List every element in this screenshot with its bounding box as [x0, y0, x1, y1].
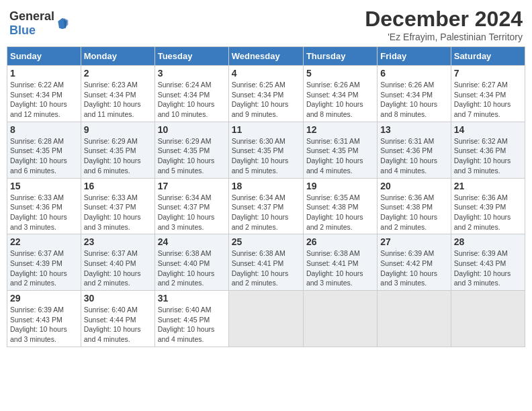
day-number: 11: [232, 124, 300, 135]
day-number: 6: [380, 68, 447, 79]
day-info: Sunrise: 6:38 AM Sunset: 4:40 PM Dayligh…: [158, 248, 226, 288]
day-info: Sunrise: 6:25 AM Sunset: 4:34 PM Dayligh…: [232, 80, 300, 120]
weekday-header: Wednesday: [228, 47, 303, 66]
day-info: Sunrise: 6:39 AM Sunset: 4:43 PM Dayligh…: [10, 305, 78, 345]
calendar-cell: 14 Sunrise: 6:32 AM Sunset: 4:36 PM Dayl…: [451, 122, 525, 178]
day-number: 28: [454, 236, 522, 247]
day-info: Sunrise: 6:26 AM Sunset: 4:34 PM Dayligh…: [306, 80, 374, 120]
day-number: 14: [454, 124, 522, 135]
calendar-cell: 12 Sunrise: 6:31 AM Sunset: 4:35 PM Dayl…: [303, 122, 377, 178]
day-info: Sunrise: 6:35 AM Sunset: 4:38 PM Dayligh…: [306, 193, 374, 232]
day-info: Sunrise: 6:34 AM Sunset: 4:37 PM Dayligh…: [158, 193, 226, 232]
day-number: 7: [454, 68, 522, 79]
calendar-week-row: 22 Sunrise: 6:37 AM Sunset: 4:39 PM Dayl…: [7, 234, 525, 291]
day-number: 9: [84, 124, 152, 135]
calendar-week-row: 15 Sunrise: 6:33 AM Sunset: 4:36 PM Dayl…: [7, 178, 525, 234]
location-title: 'Ez Efrayim, Palestinian Territory: [365, 32, 523, 42]
day-number: 21: [454, 181, 522, 191]
day-info: Sunrise: 6:36 AM Sunset: 4:38 PM Dayligh…: [380, 193, 447, 232]
logo-blue: Blue: [9, 24, 36, 37]
day-number: 29: [10, 293, 78, 304]
day-info: Sunrise: 6:39 AM Sunset: 4:42 PM Dayligh…: [380, 248, 447, 288]
day-number: 31: [158, 293, 226, 304]
calendar-cell: 16 Sunrise: 6:33 AM Sunset: 4:37 PM Dayl…: [81, 178, 154, 234]
calendar-cell: 19 Sunrise: 6:35 AM Sunset: 4:38 PM Dayl…: [303, 178, 377, 234]
calendar-cell: 26 Sunrise: 6:38 AM Sunset: 4:41 PM Dayl…: [303, 234, 377, 291]
calendar-cell: 22 Sunrise: 6:37 AM Sunset: 4:39 PM Dayl…: [7, 234, 81, 291]
calendar-cell: [378, 291, 451, 347]
calendar-cell: 31 Sunrise: 6:40 AM Sunset: 4:45 PM Dayl…: [154, 291, 228, 347]
day-number: 5: [306, 68, 374, 79]
day-info: Sunrise: 6:37 AM Sunset: 4:40 PM Dayligh…: [84, 248, 152, 288]
calendar-cell: 17 Sunrise: 6:34 AM Sunset: 4:37 PM Dayl…: [154, 178, 228, 234]
weekday-header: Saturday: [451, 47, 525, 66]
day-info: Sunrise: 6:30 AM Sunset: 4:35 PM Dayligh…: [232, 136, 300, 176]
calendar-cell: 4 Sunrise: 6:25 AM Sunset: 4:34 PM Dayli…: [228, 66, 303, 122]
weekday-header: Tuesday: [154, 47, 228, 66]
calendar-cell: [451, 291, 525, 347]
calendar-cell: 5 Sunrise: 6:26 AM Sunset: 4:34 PM Dayli…: [303, 66, 377, 122]
day-number: 30: [84, 293, 152, 304]
calendar-week-row: 1 Sunrise: 6:22 AM Sunset: 4:34 PM Dayli…: [7, 66, 525, 122]
day-number: 17: [158, 181, 226, 191]
calendar-cell: 21 Sunrise: 6:36 AM Sunset: 4:39 PM Dayl…: [451, 178, 525, 234]
day-number: 2: [84, 68, 152, 79]
calendar-cell: 18 Sunrise: 6:34 AM Sunset: 4:37 PM Dayl…: [228, 178, 303, 234]
page-header: General Blue December 2024 'Ez Efrayim, …: [7, 7, 525, 42]
calendar-cell: 28 Sunrise: 6:39 AM Sunset: 4:43 PM Dayl…: [451, 234, 525, 291]
day-info: Sunrise: 6:37 AM Sunset: 4:39 PM Dayligh…: [10, 248, 78, 288]
calendar-cell: [228, 291, 303, 347]
day-info: Sunrise: 6:27 AM Sunset: 4:34 PM Dayligh…: [454, 80, 522, 120]
day-info: Sunrise: 6:38 AM Sunset: 4:41 PM Dayligh…: [306, 248, 374, 288]
calendar-cell: 23 Sunrise: 6:37 AM Sunset: 4:40 PM Dayl…: [81, 234, 154, 291]
logo-icon: [56, 17, 69, 30]
calendar-cell: 6 Sunrise: 6:26 AM Sunset: 4:34 PM Dayli…: [378, 66, 451, 122]
calendar-cell: 11 Sunrise: 6:30 AM Sunset: 4:35 PM Dayl…: [228, 122, 303, 178]
day-number: 19: [306, 181, 374, 191]
month-title: December 2024: [365, 7, 523, 32]
calendar-cell: 27 Sunrise: 6:39 AM Sunset: 4:42 PM Dayl…: [378, 234, 451, 291]
day-number: 20: [380, 181, 447, 191]
title-block: December 2024 'Ez Efrayim, Palestinian T…: [365, 7, 523, 42]
calendar-week-row: 29 Sunrise: 6:39 AM Sunset: 4:43 PM Dayl…: [7, 291, 525, 347]
calendar-cell: 13 Sunrise: 6:31 AM Sunset: 4:36 PM Dayl…: [378, 122, 451, 178]
calendar-cell: 2 Sunrise: 6:23 AM Sunset: 4:34 PM Dayli…: [81, 66, 154, 122]
calendar-cell: 25 Sunrise: 6:38 AM Sunset: 4:41 PM Dayl…: [228, 234, 303, 291]
calendar-cell: 24 Sunrise: 6:38 AM Sunset: 4:40 PM Dayl…: [154, 234, 228, 291]
weekday-header: Thursday: [303, 47, 377, 66]
day-info: Sunrise: 6:31 AM Sunset: 4:36 PM Dayligh…: [380, 136, 447, 176]
weekday-header: Friday: [378, 47, 451, 66]
weekday-header: Monday: [81, 47, 154, 66]
calendar-cell: 10 Sunrise: 6:29 AM Sunset: 4:35 PM Dayl…: [154, 122, 228, 178]
day-info: Sunrise: 6:33 AM Sunset: 4:37 PM Dayligh…: [84, 193, 152, 232]
calendar-cell: [303, 291, 377, 347]
day-number: 26: [306, 236, 374, 247]
day-info: Sunrise: 6:40 AM Sunset: 4:44 PM Dayligh…: [84, 305, 152, 345]
day-info: Sunrise: 6:29 AM Sunset: 4:35 PM Dayligh…: [158, 136, 226, 176]
day-info: Sunrise: 6:38 AM Sunset: 4:41 PM Dayligh…: [232, 248, 300, 288]
day-number: 15: [10, 181, 78, 191]
day-info: Sunrise: 6:23 AM Sunset: 4:34 PM Dayligh…: [84, 80, 152, 120]
day-info: Sunrise: 6:40 AM Sunset: 4:45 PM Dayligh…: [158, 305, 226, 345]
day-number: 3: [158, 68, 226, 79]
day-info: Sunrise: 6:32 AM Sunset: 4:36 PM Dayligh…: [454, 136, 522, 176]
day-number: 25: [232, 236, 300, 247]
day-number: 4: [232, 68, 300, 79]
day-number: 18: [232, 181, 300, 191]
day-info: Sunrise: 6:33 AM Sunset: 4:36 PM Dayligh…: [10, 193, 78, 232]
day-info: Sunrise: 6:39 AM Sunset: 4:43 PM Dayligh…: [454, 248, 522, 288]
calendar-cell: 1 Sunrise: 6:22 AM Sunset: 4:34 PM Dayli…: [7, 66, 81, 122]
day-info: Sunrise: 6:28 AM Sunset: 4:35 PM Dayligh…: [10, 136, 78, 176]
day-number: 10: [158, 124, 226, 135]
day-number: 1: [10, 68, 78, 79]
day-info: Sunrise: 6:26 AM Sunset: 4:34 PM Dayligh…: [380, 80, 447, 120]
day-number: 23: [84, 236, 152, 247]
calendar-cell: 29 Sunrise: 6:39 AM Sunset: 4:43 PM Dayl…: [7, 291, 81, 347]
calendar-header-row: SundayMondayTuesdayWednesdayThursdayFrid…: [7, 47, 525, 66]
day-info: Sunrise: 6:31 AM Sunset: 4:35 PM Dayligh…: [306, 136, 374, 176]
day-number: 13: [380, 124, 447, 135]
day-number: 22: [10, 236, 78, 247]
day-info: Sunrise: 6:22 AM Sunset: 4:34 PM Dayligh…: [10, 80, 78, 120]
day-number: 27: [380, 236, 447, 247]
calendar-cell: 15 Sunrise: 6:33 AM Sunset: 4:36 PM Dayl…: [7, 178, 81, 234]
